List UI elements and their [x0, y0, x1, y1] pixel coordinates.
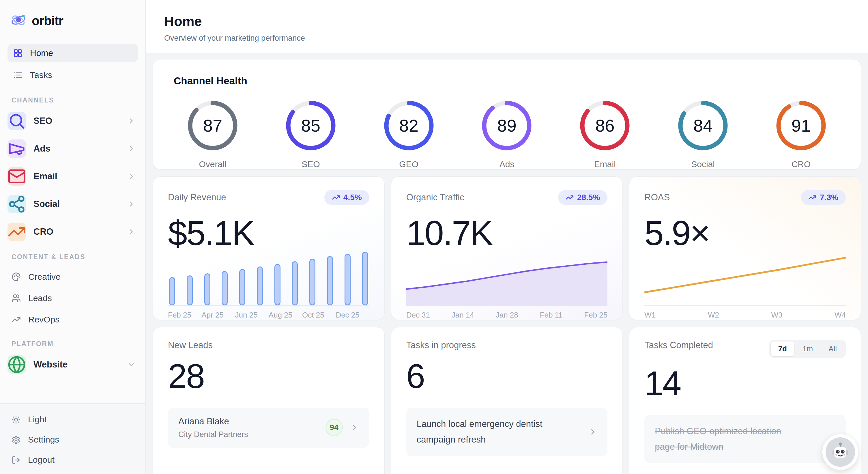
- chart-x-labels: W1W2W3W4: [644, 310, 846, 322]
- x-axis-label: Oct 25: [302, 310, 336, 322]
- channel-health-title: Channel Health: [174, 75, 840, 87]
- x-axis-label: W4: [835, 310, 846, 322]
- chevron-right-icon: [127, 172, 135, 181]
- sun-icon: [11, 415, 21, 424]
- sidebar-item-social[interactable]: Social: [7, 195, 138, 213]
- sidebar-item-cro[interactable]: CRO: [7, 223, 138, 241]
- assistant-button[interactable]: [823, 434, 858, 470]
- lead-list-item[interactable]: Ariana Blake City Dental Partners 94: [168, 408, 369, 448]
- gauge-value: 87: [187, 100, 238, 151]
- content: Channel Health 87Overall85SEO82GEO89Ads8…: [146, 53, 868, 474]
- x-axis-label: Dec 31: [406, 310, 430, 322]
- brand-name: orbitr: [32, 13, 63, 28]
- completed-task-list-item[interactable]: Publish GEO-optimized location page for …: [644, 415, 846, 464]
- roas-card: ROAS 7.3% 5.9× W1W2W3W4: [629, 176, 861, 320]
- change-badge: 28.5%: [558, 190, 608, 205]
- sidebar-item-label: Ads: [33, 144, 51, 154]
- sidebar-item-tasks[interactable]: Tasks: [7, 66, 138, 84]
- gauge-seo: 85SEO: [280, 100, 341, 169]
- revenue-bar: [292, 261, 298, 305]
- gauge-ads: 89Ads: [476, 100, 537, 169]
- gauge-label: Social: [691, 159, 715, 169]
- gauge-social: 84Social: [673, 100, 733, 169]
- revenue-bar: [239, 269, 245, 305]
- chart-body: [406, 251, 608, 306]
- organic-traffic-card: Organic Traffic 28.5% 10.7K Dec 31Jan 14…: [391, 176, 623, 320]
- revenue-bar: [345, 254, 351, 305]
- chevron-down-icon: [127, 360, 135, 369]
- dashboard-icon: [13, 49, 23, 58]
- theme-toggle-light[interactable]: Light: [7, 409, 138, 429]
- sidebar-item-settings[interactable]: Settings: [7, 429, 138, 450]
- sidebar-item-label: Tasks: [30, 70, 52, 80]
- metric-value: 10.7K: [406, 215, 608, 251]
- page-title: Home: [164, 13, 849, 29]
- x-axis-label: Jan 14: [452, 310, 474, 322]
- sidebar-item-label: CRO: [33, 227, 53, 237]
- main: Home Overview of your marketing performa…: [146, 0, 868, 474]
- revenue-bar: [222, 271, 228, 305]
- revenue-bar: [362, 252, 368, 305]
- sidebar-item-creative[interactable]: Creative: [7, 268, 138, 285]
- section-label-channels: CHANNELS: [11, 96, 138, 104]
- gear-icon: [11, 435, 21, 444]
- brand: orbitr: [7, 10, 138, 32]
- palette-icon: [11, 272, 21, 282]
- sidebar-item-seo[interactable]: SEO: [7, 112, 138, 130]
- trending-up-icon: [11, 315, 21, 324]
- trending-up-icon: [332, 194, 340, 202]
- metric-label: Organic Traffic: [406, 192, 464, 203]
- x-axis-label: Dec 25: [336, 310, 369, 322]
- logout-icon: [11, 455, 21, 465]
- x-axis-label: Aug 25: [269, 310, 302, 322]
- task-title: Launch local emergency dentist campaign …: [417, 416, 577, 448]
- chevron-right-icon: [127, 117, 135, 125]
- summary-row: New Leads 28 Ariana Blake City Dental Pa…: [153, 327, 861, 474]
- sidebar-item-logout[interactable]: Logout: [7, 450, 138, 470]
- revenue-bar: [257, 266, 263, 305]
- change-badge: 4.5%: [324, 190, 369, 205]
- gauge-cro: 91CRO: [771, 100, 831, 169]
- gauge-value: 85: [285, 100, 337, 151]
- chevron-right-icon: [588, 427, 597, 436]
- time-range-segmented-control: 7d 1m All: [769, 340, 846, 358]
- revenue-bar: [169, 277, 175, 305]
- users-icon: [11, 294, 21, 303]
- footer-item-label: Settings: [28, 435, 59, 445]
- chevron-right-icon: [350, 423, 359, 432]
- chart-x-labels: Feb 25Apr 25Jun 25Aug 25Oct 25Dec 25: [168, 310, 369, 322]
- change-badge: 7.3%: [801, 190, 846, 205]
- gauge-overall: 87Overall: [182, 100, 243, 169]
- metric-label: ROAS: [644, 192, 670, 203]
- new-leads-card: New Leads 28 Ariana Blake City Dental Pa…: [153, 327, 385, 474]
- sidebar-item-website[interactable]: Website: [7, 355, 138, 374]
- page-subtitle: Overview of your marketing performance: [164, 34, 849, 43]
- channel-health-card: Channel Health 87Overall85SEO82GEO89Ads8…: [153, 59, 861, 170]
- sidebar-item-label: Website: [33, 359, 67, 370]
- sidebar-item-home[interactable]: Home: [7, 44, 138, 62]
- revenue-bar-chart: Feb 25Apr 25Jun 25Aug 25Oct 25Dec 25: [168, 251, 369, 331]
- sidebar-item-email[interactable]: Email: [7, 167, 138, 186]
- tab-all[interactable]: All: [821, 342, 844, 356]
- gauge-email: 86Email: [575, 100, 635, 169]
- revenue-bar: [309, 259, 315, 305]
- sidebar-item-label: Creative: [28, 272, 61, 282]
- sidebar-scroll: orbitr Home Ta: [0, 0, 146, 403]
- sidebar-item-revops[interactable]: RevOps: [7, 311, 138, 328]
- footer-item-label: Logout: [28, 455, 55, 465]
- revenue-bar: [274, 264, 280, 305]
- tab-7d[interactable]: 7d: [771, 342, 795, 356]
- summary-value: 28: [168, 358, 369, 394]
- list-icon: [13, 70, 23, 80]
- summary-value: 6: [406, 358, 608, 394]
- sidebar-item-leads[interactable]: Leads: [7, 290, 138, 306]
- gauge-label: GEO: [399, 159, 418, 169]
- lead-name: Ariana Blake: [178, 416, 326, 427]
- tab-1m[interactable]: 1m: [795, 342, 820, 356]
- sidebar-item-ads[interactable]: Ads: [7, 140, 138, 158]
- x-axis-label: Jun 25: [235, 310, 269, 322]
- lead-score-badge: 94: [326, 419, 343, 436]
- task-list-item[interactable]: Launch local emergency dentist campaign …: [406, 408, 608, 456]
- metric-value: 5.9×: [644, 215, 846, 251]
- trending-up-icon: [566, 194, 574, 202]
